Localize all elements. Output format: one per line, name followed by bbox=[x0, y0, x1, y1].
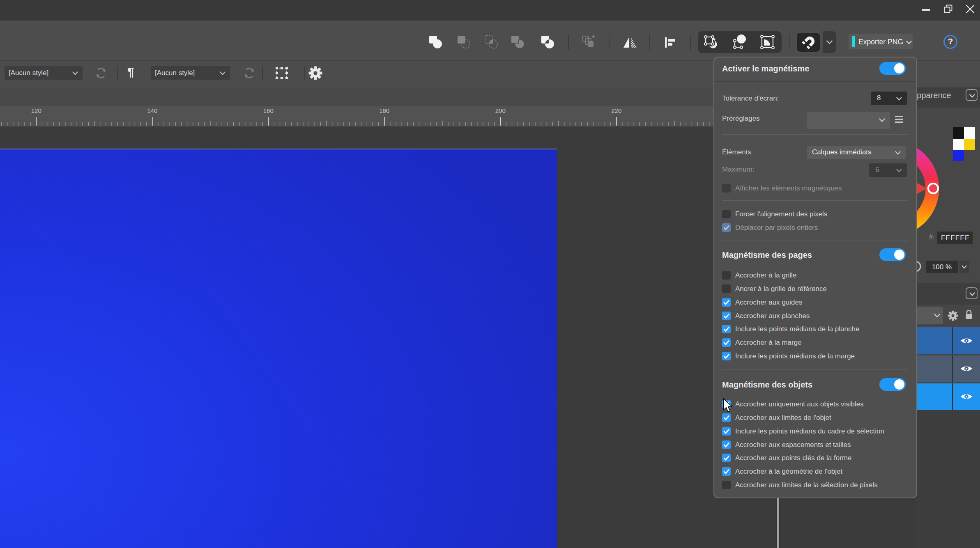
svg-text:160: 160 bbox=[263, 107, 274, 114]
svg-text:140: 140 bbox=[147, 107, 157, 114]
svg-text:200: 200 bbox=[495, 107, 506, 114]
svg-text:120: 120 bbox=[31, 107, 41, 114]
svg-text:220: 220 bbox=[611, 107, 621, 114]
svg-text:180: 180 bbox=[379, 107, 389, 114]
